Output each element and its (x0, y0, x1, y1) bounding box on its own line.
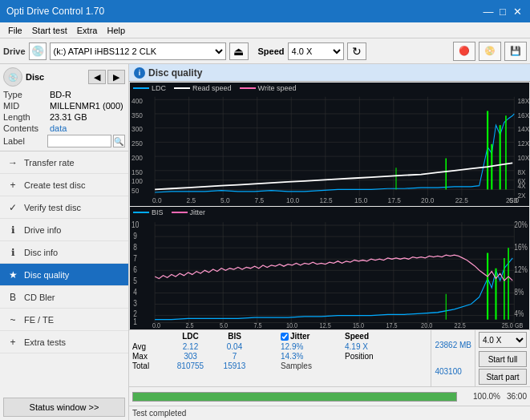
svg-text:5: 5 (133, 277, 137, 285)
avg-label: Avg (132, 342, 168, 351)
status-window-button[interactable]: Status window >> (3, 398, 125, 417)
avg-speed: 4.19 X (345, 342, 401, 351)
status-text-bar: Test completed (129, 406, 530, 420)
sidebar-item-fe-te[interactable]: ~ FE / TE (0, 309, 128, 331)
disc-icon: 💿 (3, 67, 22, 87)
svg-text:4%: 4% (514, 309, 524, 318)
menu-start-test[interactable]: Start test (27, 25, 72, 36)
maximize-button[interactable]: □ (496, 5, 509, 18)
svg-text:20.0: 20.0 (421, 196, 434, 204)
bis-color (133, 212, 149, 213)
sidebar-item-disc-quality[interactable]: ★ Disc quality (0, 264, 128, 286)
disc-btn-1[interactable]: ◀ (88, 70, 106, 84)
toolbar-btn-1[interactable]: 🔴 (453, 42, 475, 61)
status-text: Test completed (132, 409, 186, 418)
sidebar-item-cd-bler[interactable]: B CD Bler (0, 286, 128, 309)
svg-text:300: 300 (131, 125, 143, 134)
svg-text:25.0 GB: 25.0 GB (502, 321, 524, 329)
top-chart: LDC Read speed Write speed (130, 83, 529, 206)
top-chart-svg: 400 350 300 250 200 150 100 50 18X 16X 1… (130, 83, 529, 206)
disc-label-input[interactable] (47, 135, 111, 147)
disc-btn-2[interactable]: ▶ (107, 70, 125, 84)
max-jitter: 14.3% (281, 352, 345, 361)
sidebar-item-drive-info[interactable]: ℹ Drive info (0, 219, 128, 241)
svg-text:15.0: 15.0 (353, 321, 365, 329)
drive-info-icon: ℹ (6, 224, 19, 236)
sidebar-item-label: Drive info (24, 225, 61, 235)
jitter-check-container: Jitter (281, 332, 345, 341)
svg-text:350: 350 (131, 111, 143, 119)
progress-bar (132, 392, 457, 402)
disc-label-icon-btn[interactable]: 🔍 (113, 135, 125, 147)
svg-text:9: 9 (133, 231, 137, 240)
test-speed-select[interactable]: 4.0 X (479, 332, 527, 348)
sidebar-item-label: Disc quality (24, 270, 69, 280)
start-part-button[interactable]: Start part (479, 369, 527, 385)
svg-text:4X: 4X (517, 182, 525, 191)
drive-select[interactable]: (k:) ATAPI iHBS112 2 CLK (50, 42, 226, 60)
drive-icon: 💿 (29, 42, 47, 60)
disc-mid-value: MILLENMR1 (000) (50, 101, 123, 111)
max-label: Max (132, 352, 168, 361)
sidebar-item-create-test-disc[interactable]: + Create test disc (0, 174, 128, 196)
eject-icon-btn[interactable]: ⏏ (229, 42, 249, 60)
max-bis: 7 (212, 352, 257, 361)
avg-bis: 0.04 (212, 342, 257, 351)
svg-text:1: 1 (133, 317, 137, 326)
disc-info-icon: ℹ (6, 246, 19, 259)
progress-text: 100.0% (460, 392, 500, 401)
sidebar-item-verify-test-disc[interactable]: ✓ Verify test disc (0, 196, 128, 219)
disc-panel-title: Disc (26, 72, 44, 82)
disc-label-row: Label 🔍 (3, 135, 125, 147)
stats-total-row: Total 810755 15913 Samples (132, 361, 427, 370)
stats-left: LDC BIS Jitter Speed Avg 2.12 (129, 330, 431, 386)
svg-text:100: 100 (131, 177, 143, 186)
svg-text:2.5: 2.5 (186, 321, 195, 329)
sidebar-item-extra-tests[interactable]: + Extra tests (0, 331, 128, 353)
sidebar-item-label: FE / TE (24, 315, 54, 325)
disc-length-value: 23.31 GB (50, 112, 87, 122)
svg-text:16X: 16X (517, 111, 529, 119)
close-button[interactable]: ✕ (511, 5, 524, 18)
disc-panel: 💿 Disc ◀ ▶ Type BD-R MID MILLENMR1 (000)… (0, 64, 128, 151)
disc-type-value: BD-R (50, 90, 71, 99)
progress-area: 100.0% 36:00 (129, 386, 530, 406)
chart-header: i Disc quality (129, 64, 530, 82)
disc-length-label: Length (3, 112, 50, 122)
svg-text:5.0: 5.0 (220, 196, 230, 204)
samples-label: Samples (281, 361, 345, 370)
menu-bar: File Start test Extra Help (0, 22, 530, 38)
sidebar-item-disc-info[interactable]: ℹ Disc info (0, 241, 128, 264)
svg-text:3: 3 (133, 299, 137, 308)
sidebar-item-transfer-rate[interactable]: → Transfer rate (0, 151, 128, 174)
write-speed-label: Write speed (258, 84, 297, 92)
svg-text:10.0: 10.0 (286, 196, 299, 204)
minimize-button[interactable]: — (482, 5, 495, 18)
create-test-disc-icon: + (6, 179, 19, 192)
fe-te-icon: ~ (6, 313, 19, 326)
menu-help[interactable]: Help (102, 25, 130, 36)
empty3 (257, 342, 281, 351)
save-icon-btn[interactable]: 💾 (504, 42, 527, 61)
svg-text:8%: 8% (514, 288, 524, 297)
position-label: Position (345, 352, 401, 361)
bottom-chart-svg: 10 9 8 7 6 5 4 3 2 1 20% 16% 12% 8% 4% (130, 207, 529, 330)
jitter-checkbox[interactable] (281, 333, 289, 341)
speed-select[interactable]: 4.0 X (288, 42, 344, 60)
menu-file[interactable]: File (3, 25, 27, 36)
ldc-label: LDC (152, 84, 166, 92)
app-title: Opti Drive Control 1.70 (6, 6, 104, 17)
ldc-col-header: LDC (168, 332, 212, 341)
stats-right-buttons: 4.0 X Start full Start part (475, 330, 530, 386)
disc-header: 💿 Disc ◀ ▶ (3, 67, 125, 87)
disc-contents-label: Contents (3, 123, 50, 133)
svg-text:8: 8 (133, 242, 137, 251)
legend-bis: BIS (133, 208, 164, 216)
disc-quality-icon: ★ (6, 269, 19, 281)
menu-extra[interactable]: Extra (72, 25, 103, 36)
toolbar-btn-2[interactable]: 📀 (479, 42, 501, 61)
start-full-button[interactable]: Start full (479, 351, 527, 367)
refresh-icon-btn[interactable]: ↻ (347, 42, 366, 60)
legend-ldc: LDC (133, 84, 166, 92)
svg-text:6: 6 (133, 265, 137, 274)
